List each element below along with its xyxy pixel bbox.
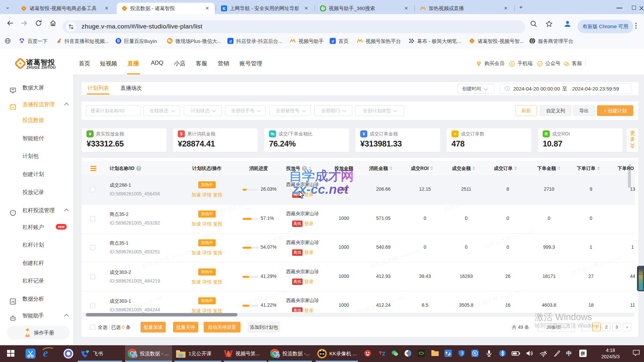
svg-text:K: K [474,352,476,355]
svg-text:K: K [223,6,226,11]
svg-text:B: B [117,39,120,43]
svg-text:du: du [20,41,23,43]
svg-text:拼: 拼 [581,351,585,356]
svg-text:d: d [229,39,232,43]
svg-text:d: d [332,39,334,43]
svg-text:S: S [511,62,513,66]
